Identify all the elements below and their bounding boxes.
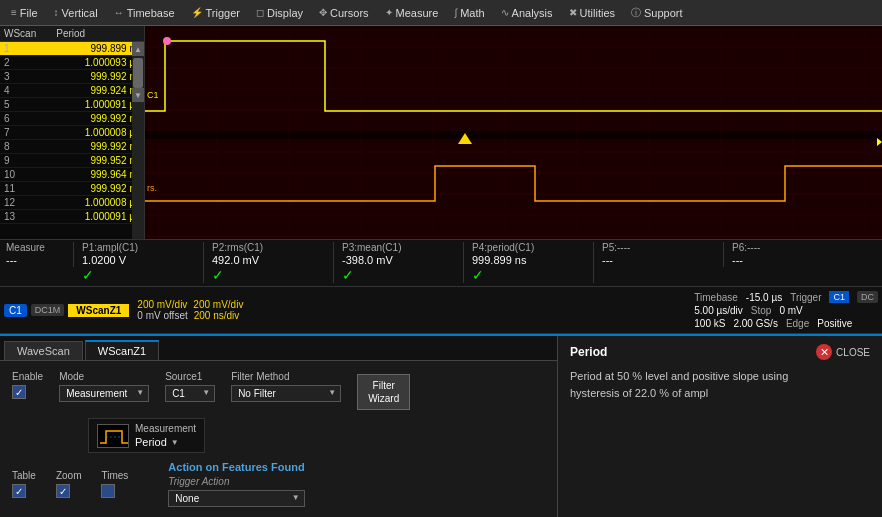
measure-status-2: ✓ xyxy=(212,267,325,283)
close-button[interactable]: ✕ CLOSE xyxy=(816,344,870,360)
filter-method-label: Filter Method xyxy=(231,371,341,382)
vertical-icon: ↕ xyxy=(54,7,59,18)
row-num: 5 xyxy=(4,99,22,110)
wscan-row[interactable]: 121.000008 µs xyxy=(0,196,144,210)
wscan-row[interactable]: 11999.992 ns xyxy=(0,182,144,196)
svg-point-24 xyxy=(163,37,171,45)
measure-label-2: P2:rms(C1) xyxy=(212,242,325,253)
mode-dropdown[interactable]: Measurement xyxy=(59,385,149,402)
settings-row-1: Enable Mode Measurement Source1 C1 xyxy=(12,371,545,410)
wscan-name-badge[interactable]: WScanZ1 xyxy=(68,304,129,317)
scope-area: WScan Period 1999.899 ns21.000093 µs3999… xyxy=(0,26,882,239)
wscan-row[interactable]: 71.000008 µs xyxy=(0,126,144,140)
row-num: 3 xyxy=(4,71,22,82)
close-x-icon[interactable]: ✕ xyxy=(816,344,832,360)
menu-item-timebase[interactable]: ↔Timebase xyxy=(107,5,182,21)
row-num: 13 xyxy=(4,211,22,222)
channel-badge[interactable]: C1 xyxy=(4,304,27,317)
measure-value-4: 999.899 ns xyxy=(472,254,585,266)
measure-col-4: P4:period(C1)999.899 ns✓ xyxy=(464,242,594,283)
channel-settings: 200 mV/div 200 mV/div 0 mV offset 200 ns… xyxy=(137,299,243,321)
support-icon: ⓘ xyxy=(631,6,641,20)
trigger-icon: ⚡ xyxy=(191,7,203,18)
trigger-action-dropdown[interactable]: None xyxy=(168,490,304,507)
period-title: Period xyxy=(570,345,607,359)
timebase-section: Timebase -15.0 µs Trigger C1 DC 5.00 µs/… xyxy=(694,291,878,329)
menu-item-analysis[interactable]: ∿Analysis xyxy=(494,5,560,21)
edge-val: Positive xyxy=(817,318,852,329)
row-num: 1 xyxy=(4,43,22,54)
wscan-row[interactable]: 21.000093 µs xyxy=(0,56,144,70)
menu-item-trigger[interactable]: ⚡Trigger xyxy=(184,5,247,21)
wscan-row[interactable]: 10999.964 ns xyxy=(0,168,144,182)
scroll-down-button[interactable]: ▼ xyxy=(132,88,144,102)
wscan-header: WScan Period xyxy=(0,26,144,42)
trigger-dc-badge: DC xyxy=(857,291,878,303)
source1-dropdown[interactable]: C1 xyxy=(165,385,215,402)
tab-wscanz1[interactable]: WScanZ1 xyxy=(85,340,159,360)
setting-row-1: 200 mV/div 200 mV/div xyxy=(137,299,243,310)
row-num: 10 xyxy=(4,169,22,180)
bottom-panel: WaveScan WScanZ1 Enable Mode Measurem xyxy=(0,334,882,517)
row-num: 7 xyxy=(4,127,22,138)
menu-item-utilities[interactable]: ✖Utilities xyxy=(562,5,622,21)
filter-method-dropdown[interactable]: No Filter xyxy=(231,385,341,402)
measure-col-6: P6:------- xyxy=(724,242,854,267)
source1-group: Source1 C1 xyxy=(165,371,215,402)
wscan-row[interactable]: 6999.992 ns xyxy=(0,112,144,126)
scroll-thumb[interactable] xyxy=(133,58,143,88)
measure-value-6: --- xyxy=(732,254,846,266)
wscan-row[interactable]: 9999.952 ns xyxy=(0,154,144,168)
wscan-scrollbar[interactable]: ▲ ▼ xyxy=(132,42,144,239)
row-num: 6 xyxy=(4,113,22,124)
math-icon: ∫ xyxy=(454,7,457,18)
tdiv-val: 5.00 µs/div xyxy=(694,305,743,316)
action-label: Action on Features Found xyxy=(168,461,304,473)
timebase-label: Timebase xyxy=(694,292,738,303)
filter-wizard-button[interactable]: FilterWizard xyxy=(357,374,410,410)
menu-item-measure[interactable]: ✦Measure xyxy=(378,5,446,21)
row-num: 12 xyxy=(4,197,22,208)
timebase-row-3: 100 kS 2.00 GS/s Edge Positive xyxy=(694,318,878,329)
times-checkbox[interactable] xyxy=(101,484,115,498)
measure-status-4: ✓ xyxy=(472,267,585,283)
file-icon: ≡ xyxy=(11,7,17,18)
menu-item-vertical[interactable]: ↕Vertical xyxy=(47,5,105,21)
setting-tdiv: 200 ns/div xyxy=(194,310,240,321)
period-panel: Period ✕ CLOSE Period at 50 % level and … xyxy=(558,336,882,517)
enable-checkbox[interactable] xyxy=(12,385,26,399)
table-label: Table xyxy=(12,470,36,481)
measure-col-5: P5:------- xyxy=(594,242,724,267)
meas-dropdown-arrow: ▼ xyxy=(171,438,179,447)
waveform-area: C1 rs. xyxy=(145,26,882,239)
svg-rect-28 xyxy=(98,425,129,448)
menu-item-math[interactable]: ∫Math xyxy=(447,5,491,21)
zoom-checkbox[interactable] xyxy=(56,484,70,498)
menu-item-display[interactable]: ◻Display xyxy=(249,5,310,21)
stop-label: Stop xyxy=(751,305,772,316)
edge-label: Edge xyxy=(786,318,809,329)
wscan-row[interactable]: 131.000091 µs xyxy=(0,210,144,224)
menu-item-file[interactable]: ≡File xyxy=(4,5,45,21)
wscan-row[interactable]: 4999.924 ns xyxy=(0,84,144,98)
wscan-row[interactable]: 3999.992 ns xyxy=(0,70,144,84)
enable-label: Enable xyxy=(12,371,43,382)
row-num: 9 xyxy=(4,155,22,166)
tab-wavescan[interactable]: WaveScan xyxy=(4,341,83,360)
wscan-col2: Period xyxy=(56,28,85,39)
wscan-row[interactable]: 51.000091 µs xyxy=(0,98,144,112)
menu-item-support[interactable]: ⓘSupport xyxy=(624,4,690,22)
period-panel-header: Period ✕ CLOSE xyxy=(570,344,870,360)
math-label: Math xyxy=(460,7,484,19)
timebase-row-2: 5.00 µs/div Stop 0 mV xyxy=(694,305,878,316)
table-checkbox[interactable] xyxy=(12,484,26,498)
wscan-row[interactable]: 8999.992 ns xyxy=(0,140,144,154)
row-num: 4 xyxy=(4,85,22,96)
zoom-label: Zoom xyxy=(56,470,82,481)
gs-val: 2.00 GS/s xyxy=(733,318,777,329)
scroll-up-button[interactable]: ▲ xyxy=(132,42,144,56)
enable-group: Enable xyxy=(12,371,43,399)
close-label[interactable]: CLOSE xyxy=(836,347,870,358)
menu-item-cursors[interactable]: ✥Cursors xyxy=(312,5,376,21)
wscan-row[interactable]: 1999.899 ns xyxy=(0,42,144,56)
